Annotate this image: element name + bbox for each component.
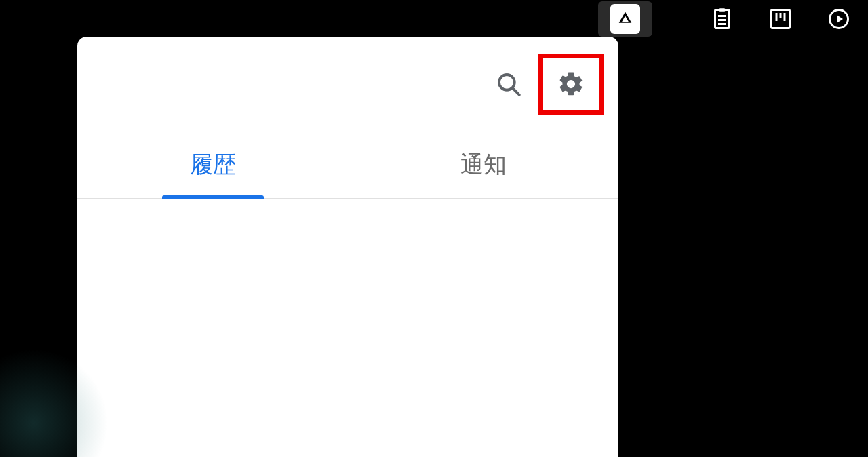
tab-notifications[interactable]: 通知	[348, 132, 618, 198]
search-icon	[494, 70, 523, 98]
search-button[interactable]	[487, 62, 530, 106]
board-button[interactable]	[751, 0, 810, 38]
play-icon	[827, 7, 851, 31]
settings-highlight-box	[538, 54, 604, 115]
svg-rect-5	[772, 10, 790, 28]
tab-bar: 履歴 通知	[77, 132, 618, 199]
clipboard-button[interactable]	[693, 0, 751, 38]
content-area	[77, 199, 618, 457]
settings-button[interactable]	[549, 62, 593, 106]
tab-notifications-label: 通知	[460, 149, 507, 180]
app-panel: 履歴 通知	[77, 37, 618, 457]
play-button[interactable]	[810, 0, 868, 38]
tab-history-label: 履歴	[190, 149, 236, 180]
svg-rect-1	[719, 8, 726, 12]
system-bar	[598, 0, 868, 38]
svg-line-11	[513, 88, 519, 95]
drive-icon	[610, 4, 640, 34]
gear-icon	[557, 70, 585, 98]
panel-header	[77, 37, 618, 132]
drive-app-button[interactable]	[598, 1, 652, 37]
board-icon	[768, 7, 793, 31]
tab-history[interactable]: 履歴	[77, 132, 348, 198]
clipboard-icon	[710, 7, 734, 31]
